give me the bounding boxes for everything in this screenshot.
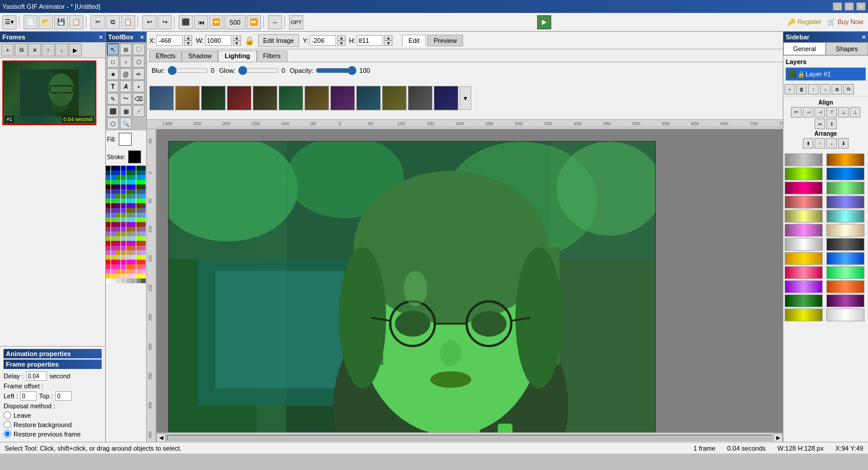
color-swatch[interactable] — [111, 217, 116, 222]
layer-1-row[interactable]: 🔒 Layer #1 — [786, 68, 866, 80]
distribute-h-button[interactable]: ⇔ — [815, 119, 825, 129]
color-swatch[interactable] — [106, 180, 110, 184]
color-swatch[interactable] — [106, 255, 110, 260]
align-top-button[interactable]: ⊤ — [826, 107, 837, 118]
color-swatch[interactable] — [116, 241, 120, 246]
fill-tool[interactable]: ⬛ — [107, 105, 119, 117]
pencil-tool[interactable]: ✎ — [107, 93, 119, 105]
add-frame-button[interactable]: + — [1, 43, 14, 56]
color-swatch[interactable] — [111, 180, 116, 184]
color-swatch[interactable] — [106, 222, 110, 227]
x-input[interactable] — [156, 35, 183, 46]
canvas-scroll-area[interactable]: 1300 -250 -200 -150 -100 -50 0 50 100 15… — [147, 120, 783, 442]
gradient-swatch-12[interactable] — [826, 224, 864, 237]
color-swatch[interactable] — [121, 278, 126, 283]
color-swatch[interactable] — [111, 269, 116, 274]
left-input[interactable] — [20, 391, 36, 401]
color-swatch[interactable] — [121, 264, 126, 269]
color-swatch[interactable] — [126, 227, 131, 231]
color-swatch[interactable] — [126, 236, 131, 241]
color-swatch[interactable] — [106, 199, 110, 203]
gradient-swatch-23[interactable] — [785, 308, 823, 321]
color-swatch[interactable] — [121, 236, 126, 241]
preview-tab[interactable]: Preview — [427, 35, 463, 46]
color-swatch[interactable] — [131, 189, 136, 194]
color-swatch[interactable] — [111, 194, 116, 199]
buy-now-link[interactable]: 🛒 Buy Now — [825, 18, 866, 26]
color-swatch[interactable] — [116, 231, 120, 236]
play-button[interactable]: ▶ — [537, 15, 551, 29]
color-swatch[interactable] — [141, 180, 146, 184]
color-swatch[interactable] — [136, 260, 141, 264]
color-swatch[interactable] — [141, 166, 146, 170]
gradient-swatch-15[interactable] — [785, 252, 823, 265]
stop-button[interactable]: ⬛ — [179, 15, 193, 29]
color-swatch[interactable] — [126, 194, 131, 199]
x-down-spin[interactable]: ▼ — [184, 41, 192, 46]
color-swatch[interactable] — [136, 208, 141, 213]
color-swatch[interactable] — [106, 189, 110, 194]
color-swatch[interactable] — [111, 241, 116, 246]
color-swatch[interactable] — [116, 170, 120, 175]
color-swatch[interactable] — [141, 175, 146, 180]
color-swatch[interactable] — [141, 241, 146, 246]
delete-frame-button[interactable]: ✕ — [28, 43, 41, 56]
color-swatch[interactable] — [111, 231, 116, 236]
move-down-button[interactable]: ↓ — [55, 43, 68, 56]
color-swatch[interactable] — [111, 236, 116, 241]
star-tool[interactable]: ★ — [107, 68, 119, 80]
x-up-spin[interactable]: ▲ — [184, 35, 192, 41]
undo-button[interactable]: ↩ — [142, 15, 156, 29]
gradient-swatch-21[interactable] — [785, 294, 823, 307]
preset-2[interactable] — [175, 86, 200, 110]
color-swatch[interactable] — [116, 217, 120, 222]
color-swatch[interactable] — [116, 264, 120, 269]
color-swatch[interactable] — [111, 250, 116, 255]
color-swatch[interactable] — [131, 255, 136, 260]
shapes-tab[interactable]: Shapes — [826, 42, 868, 55]
color-swatch[interactable] — [111, 166, 116, 170]
gradient-swatch-13[interactable] — [785, 238, 823, 251]
color-swatch[interactable] — [116, 269, 120, 274]
filters-tab[interactable]: Filters — [257, 51, 287, 62]
color-swatch[interactable] — [131, 166, 136, 170]
color-swatch[interactable] — [116, 189, 120, 194]
rect-select-tool[interactable]: ▪ — [133, 80, 145, 92]
stroke-color-box[interactable] — [128, 150, 141, 163]
color-swatch[interactable] — [111, 278, 116, 283]
frame-1-thumbnail[interactable]: #1 0.04 second — [2, 61, 96, 125]
gradient-swatch-7[interactable] — [785, 196, 823, 209]
color-swatch[interactable] — [121, 274, 126, 278]
color-swatch[interactable] — [111, 246, 116, 250]
color-swatch[interactable] — [106, 231, 110, 236]
color-swatch[interactable] — [106, 236, 110, 241]
preset-8[interactable] — [330, 86, 355, 110]
y-input[interactable] — [310, 35, 336, 46]
menu-dropdown[interactable]: ☰▾ — [2, 15, 16, 29]
color-swatch[interactable] — [106, 269, 110, 274]
color-swatch[interactable] — [106, 208, 110, 213]
color-swatch[interactable] — [106, 274, 110, 278]
color-swatch[interactable] — [106, 278, 110, 283]
color-swatch[interactable] — [126, 217, 131, 222]
color-swatch[interactable] — [121, 208, 126, 213]
gradient-swatch-5[interactable] — [785, 182, 823, 194]
layer-down-button[interactable]: ↓ — [820, 84, 830, 95]
color-swatch[interactable] — [141, 203, 146, 208]
color-swatch[interactable] — [136, 274, 141, 278]
color-swatch[interactable] — [116, 246, 120, 250]
lighting-tab[interactable]: Lighting — [218, 51, 256, 62]
color-swatch[interactable] — [141, 217, 146, 222]
maximize-button[interactable]: □ — [844, 2, 854, 11]
send-back-button[interactable]: ⬇ — [838, 138, 849, 149]
w-input[interactable] — [205, 35, 232, 46]
color-swatch[interactable] — [111, 203, 116, 208]
color-swatch[interactable] — [141, 184, 146, 189]
align-bottom-button[interactable]: ⊥ — [850, 107, 860, 118]
gradient-swatch-4[interactable] — [826, 167, 864, 180]
color-swatch[interactable] — [116, 222, 120, 227]
gradient-swatch-10[interactable] — [826, 210, 864, 223]
color-swatch[interactable] — [116, 260, 120, 264]
new-button[interactable]: 📄 — [24, 15, 38, 29]
color-swatch[interactable] — [136, 175, 141, 180]
